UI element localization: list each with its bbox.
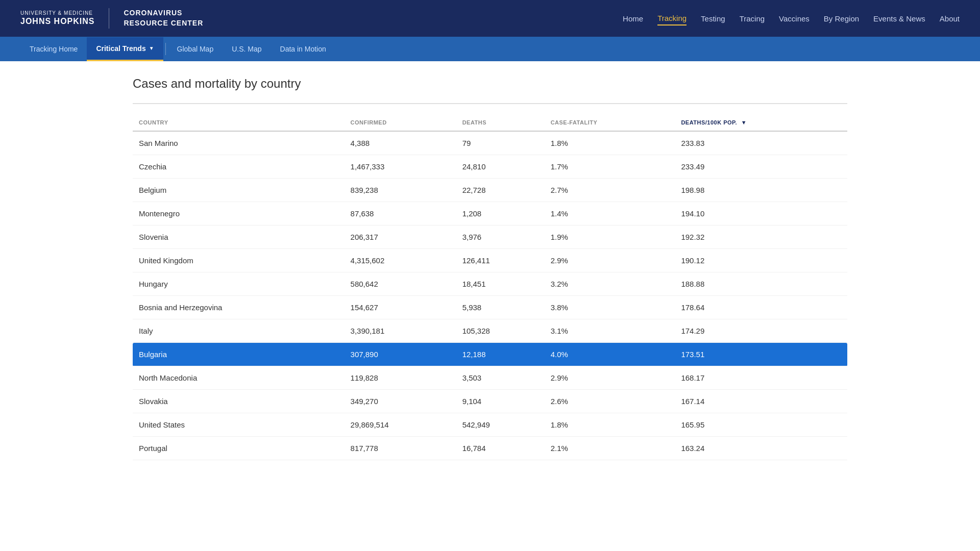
cell-country: Bulgaria: [133, 343, 345, 366]
cell-confirmed: 349,270: [345, 390, 456, 413]
cell-casefatality: 1.9%: [545, 226, 675, 249]
cell-confirmed: 4,388: [345, 131, 456, 155]
cell-deathsper100k: 165.95: [675, 413, 847, 437]
cell-country: San Marino: [133, 131, 345, 155]
cell-casefatality: 2.1%: [545, 437, 675, 460]
table-row[interactable]: Slovakia349,2709,1042.6%167.14: [133, 390, 847, 413]
table-row[interactable]: Slovenia206,3173,9761.9%192.32: [133, 226, 847, 249]
cell-deathsper100k: 173.51: [675, 343, 847, 366]
cell-casefatality: 1.8%: [545, 413, 675, 437]
cell-country: United Kingdom: [133, 249, 345, 272]
table-row[interactable]: Hungary580,64218,4513.2%188.88: [133, 272, 847, 296]
cell-casefatality: 1.8%: [545, 131, 675, 155]
subnav-us-map[interactable]: U.S. Map: [223, 38, 271, 60]
cell-country: United States: [133, 413, 345, 437]
cell-casefatality: 1.7%: [545, 155, 675, 179]
col-header-case-fatality[interactable]: Case-Fatality: [545, 114, 675, 131]
table-row[interactable]: Bosnia and Herzegovina154,6275,9383.8%17…: [133, 296, 847, 319]
cell-deaths: 9,104: [456, 390, 545, 413]
table-row[interactable]: United Kingdom4,315,602126,4112.9%190.12: [133, 249, 847, 272]
nav-tracking[interactable]: Tracking: [657, 12, 687, 26]
logo-divider: [109, 8, 109, 29]
cell-casefatality: 2.6%: [545, 390, 675, 413]
table-row[interactable]: Bulgaria307,89012,1884.0%173.51: [133, 343, 847, 366]
cell-deaths: 12,188: [456, 343, 545, 366]
table-row[interactable]: San Marino4,388791.8%233.83: [133, 131, 847, 155]
logo-area: UNIVERSITY & MEDICINE JOHNS HOPKINS CORO…: [20, 8, 203, 29]
cell-confirmed: 29,869,514: [345, 413, 456, 437]
col-header-country[interactable]: Country: [133, 114, 345, 131]
cell-confirmed: 580,642: [345, 272, 456, 296]
chevron-down-icon: ▼: [149, 45, 154, 51]
nav-tracing[interactable]: Tracing: [740, 12, 765, 25]
cell-country: Montenegro: [133, 202, 345, 226]
cell-country: Czechia: [133, 155, 345, 179]
main-nav-links: Home Tracking Testing Tracing Vaccines B…: [623, 12, 960, 26]
cell-casefatality: 3.2%: [545, 272, 675, 296]
cell-deaths: 18,451: [456, 272, 545, 296]
table-row[interactable]: North Macedonia119,8283,5032.9%168.17: [133, 366, 847, 390]
cell-deathsper100k: 163.24: [675, 437, 847, 460]
jhu-sub-text: UNIVERSITY & MEDICINE: [20, 10, 94, 16]
nav-home[interactable]: Home: [623, 12, 643, 25]
crc-line2: RESOURCE CENTER: [124, 18, 203, 29]
main-content: Cases and mortality by country Country C…: [0, 61, 980, 475]
cell-confirmed: 817,778: [345, 437, 456, 460]
cell-deathsper100k: 190.12: [675, 249, 847, 272]
cell-casefatality: 3.8%: [545, 296, 675, 319]
cell-casefatality: 4.0%: [545, 343, 675, 366]
nav-by-region[interactable]: By Region: [824, 12, 859, 25]
nav-events-news[interactable]: Events & News: [873, 12, 925, 25]
table-row[interactable]: Belgium839,23822,7282.7%198.98: [133, 179, 847, 202]
subnav-divider: [165, 43, 166, 55]
table-row[interactable]: Italy3,390,181105,3283.1%174.29: [133, 319, 847, 343]
table-row[interactable]: Portugal817,77816,7842.1%163.24: [133, 437, 847, 460]
cell-confirmed: 119,828: [345, 366, 456, 390]
cell-deathsper100k: 192.32: [675, 226, 847, 249]
nav-vaccines[interactable]: Vaccines: [779, 12, 810, 25]
cell-country: Belgium: [133, 179, 345, 202]
cell-deaths: 5,938: [456, 296, 545, 319]
col-header-deaths-100k[interactable]: Deaths/100K Pop. ▼: [675, 114, 847, 131]
table-row[interactable]: Montenegro87,6381,2081.4%194.10: [133, 202, 847, 226]
cell-casefatality: 2.7%: [545, 179, 675, 202]
subnav-global-map[interactable]: Global Map: [168, 38, 223, 60]
cell-confirmed: 839,238: [345, 179, 456, 202]
cell-country: North Macedonia: [133, 366, 345, 390]
page-title: Cases and mortality by country: [133, 77, 847, 91]
cell-country: Hungary: [133, 272, 345, 296]
cell-confirmed: 3,390,181: [345, 319, 456, 343]
subnav-data-in-motion[interactable]: Data in Motion: [271, 38, 335, 60]
subnav-tracking-home[interactable]: Tracking Home: [20, 38, 87, 60]
nav-about[interactable]: About: [940, 12, 960, 25]
cell-deathsper100k: 174.29: [675, 319, 847, 343]
cell-deathsper100k: 167.14: [675, 390, 847, 413]
subnav-critical-trends-label: Critical Trends: [96, 44, 145, 53]
cell-deathsper100k: 188.88: [675, 272, 847, 296]
table-row[interactable]: Czechia1,467,33324,8101.7%233.49: [133, 155, 847, 179]
subnav-critical-trends[interactable]: Critical Trends ▼: [87, 37, 163, 61]
cell-deaths: 105,328: [456, 319, 545, 343]
table-row[interactable]: United States29,869,514542,9491.8%165.95: [133, 413, 847, 437]
cell-deaths: 24,810: [456, 155, 545, 179]
cell-deathsper100k: 233.83: [675, 131, 847, 155]
cell-deaths: 79: [456, 131, 545, 155]
cell-country: Portugal: [133, 437, 345, 460]
nav-testing[interactable]: Testing: [701, 12, 725, 25]
cell-confirmed: 4,315,602: [345, 249, 456, 272]
cell-deaths: 542,949: [456, 413, 545, 437]
cell-deathsper100k: 168.17: [675, 366, 847, 390]
jhu-logo-text: UNIVERSITY & MEDICINE JOHNS HOPKINS: [20, 10, 94, 27]
col-header-deaths[interactable]: Deaths: [456, 114, 545, 131]
cell-country: Italy: [133, 319, 345, 343]
cell-country: Slovenia: [133, 226, 345, 249]
jhu-main-text: JOHNS HOPKINS: [20, 16, 94, 27]
cell-confirmed: 307,890: [345, 343, 456, 366]
col-header-confirmed[interactable]: Confirmed: [345, 114, 456, 131]
top-navigation: UNIVERSITY & MEDICINE JOHNS HOPKINS CORO…: [0, 0, 980, 37]
col-header-deaths-100k-label: Deaths/100K Pop.: [681, 119, 737, 126]
cell-casefatality: 2.9%: [545, 366, 675, 390]
crc-line1: CORONAVIRUS: [124, 8, 203, 18]
table-header: Country Confirmed Deaths Case-Fatality D…: [133, 114, 847, 131]
cell-deaths: 3,503: [456, 366, 545, 390]
